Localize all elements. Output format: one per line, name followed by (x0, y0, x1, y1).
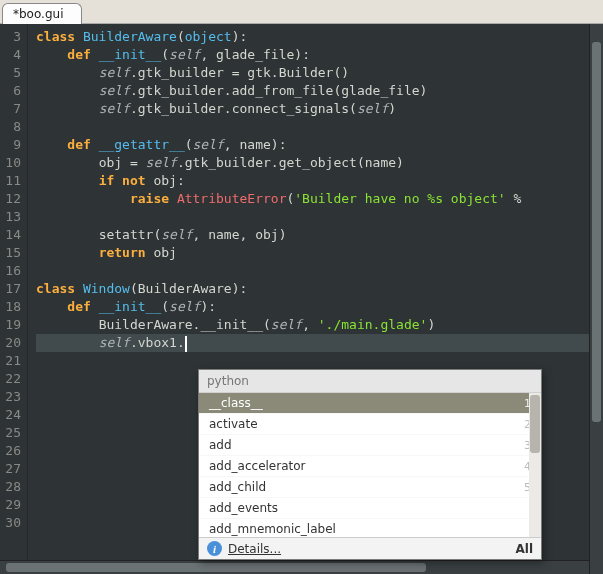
autocomplete-item-label: activate (209, 417, 258, 431)
autocomplete-list[interactable]: __class__1activate2add3add_accelerator4a… (199, 393, 541, 537)
line-number: 24 (0, 406, 21, 424)
line-number: 19 (0, 316, 21, 334)
autocomplete-item[interactable]: add_mnemonic_label (199, 519, 541, 537)
code-line[interactable]: self.gtk_builder.connect_signals(self) (36, 100, 589, 118)
line-number: 9 (0, 136, 21, 154)
code-line[interactable]: BuilderAware.__init__(self, './main.glad… (36, 316, 589, 334)
tab-title: *boo.gui (13, 7, 63, 21)
autocomplete-item[interactable]: add_child5 (199, 477, 541, 498)
line-number: 12 (0, 190, 21, 208)
line-number: 17 (0, 280, 21, 298)
line-number: 7 (0, 100, 21, 118)
autocomplete-item[interactable]: __class__1 (199, 393, 541, 414)
line-number: 20 (0, 334, 21, 352)
autocomplete-item[interactable]: add_events (199, 498, 541, 519)
line-number: 30 (0, 514, 21, 532)
code-line[interactable]: obj = self.gtk_builder.get_object(name) (36, 154, 589, 172)
code-line[interactable]: def __getattr__(self, name): (36, 136, 589, 154)
code-line[interactable]: setattr(self, name, obj) (36, 226, 589, 244)
horizontal-scrollbar[interactable] (0, 560, 589, 574)
code-line[interactable]: def __init__(self): (36, 298, 589, 316)
line-number: 18 (0, 298, 21, 316)
vertical-scrollbar[interactable] (589, 24, 603, 574)
text-cursor (185, 336, 187, 352)
line-number: 23 (0, 388, 21, 406)
code-line[interactable] (36, 262, 589, 280)
code-line[interactable]: raise AttributeError('Builder have no %s… (36, 190, 589, 208)
line-number: 22 (0, 370, 21, 388)
line-number: 8 (0, 118, 21, 136)
line-number: 6 (0, 82, 21, 100)
code-line[interactable]: if not obj: (36, 172, 589, 190)
autocomplete-item-label: add_mnemonic_label (209, 522, 336, 536)
autocomplete-item[interactable]: activate2 (199, 414, 541, 435)
code-line[interactable]: self.vbox1. (36, 334, 589, 352)
code-line[interactable]: class BuilderAware(object): (36, 28, 589, 46)
line-number: 29 (0, 496, 21, 514)
autocomplete-item-label: add_accelerator (209, 459, 306, 473)
line-number: 16 (0, 262, 21, 280)
autocomplete-popup: python __class__1activate2add3add_accele… (198, 369, 542, 560)
code-line[interactable] (36, 352, 589, 370)
autocomplete-item-label: add (209, 438, 232, 452)
vertical-scrollbar-thumb[interactable] (592, 42, 601, 422)
line-number: 14 (0, 226, 21, 244)
autocomplete-type-hint: python (199, 370, 541, 393)
autocomplete-item-label: add_events (209, 501, 278, 515)
code-line[interactable] (36, 208, 589, 226)
line-number: 27 (0, 460, 21, 478)
all-button[interactable]: All (515, 542, 533, 556)
tab-bar: *boo.gui (0, 0, 603, 24)
line-number-gutter: 3456789101112131415161718192021222324252… (0, 24, 28, 574)
line-number: 3 (0, 28, 21, 46)
line-number: 15 (0, 244, 21, 262)
line-number: 5 (0, 64, 21, 82)
line-number: 26 (0, 442, 21, 460)
autocomplete-item-label: add_child (209, 480, 266, 494)
info-icon: i (207, 541, 222, 556)
line-number: 11 (0, 172, 21, 190)
code-line[interactable]: self.gtk_builder.add_from_file(glade_fil… (36, 82, 589, 100)
code-line[interactable]: class Window(BuilderAware): (36, 280, 589, 298)
line-number: 4 (0, 46, 21, 64)
autocomplete-scrollbar[interactable] (529, 393, 541, 537)
code-line[interactable]: def __init__(self, glade_file): (36, 46, 589, 64)
code-line[interactable]: return obj (36, 244, 589, 262)
autocomplete-item[interactable]: add3 (199, 435, 541, 456)
autocomplete-footer: i Details... All (199, 537, 541, 559)
horizontal-scrollbar-thumb[interactable] (6, 563, 426, 572)
line-number: 25 (0, 424, 21, 442)
line-number: 21 (0, 352, 21, 370)
details-link[interactable]: Details... (228, 542, 281, 556)
line-number: 13 (0, 208, 21, 226)
line-number: 28 (0, 478, 21, 496)
autocomplete-item-label: __class__ (209, 396, 263, 410)
code-line[interactable] (36, 118, 589, 136)
line-number: 10 (0, 154, 21, 172)
autocomplete-item[interactable]: add_accelerator4 (199, 456, 541, 477)
code-line[interactable]: self.gtk_builder = gtk.Builder() (36, 64, 589, 82)
autocomplete-scrollbar-thumb[interactable] (530, 395, 540, 453)
file-tab[interactable]: *boo.gui (2, 3, 82, 24)
